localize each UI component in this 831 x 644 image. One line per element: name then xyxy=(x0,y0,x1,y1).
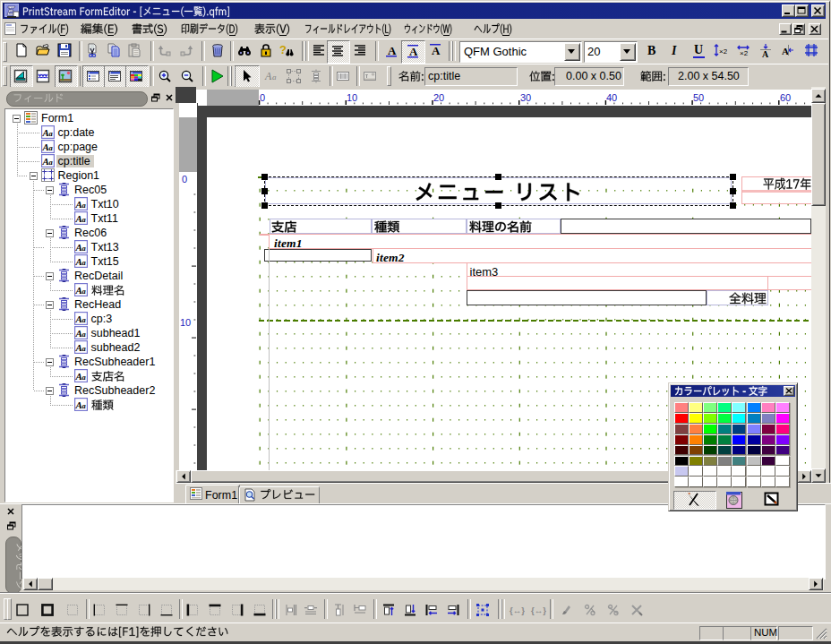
svg-text:A: A xyxy=(762,49,769,58)
svg-text:×2: ×2 xyxy=(719,47,727,56)
svg-text:A: A xyxy=(432,44,441,57)
svg-text:{↔}: {↔} xyxy=(510,605,525,615)
svg-text:A: A xyxy=(264,70,272,82)
svg-text:A: A xyxy=(782,46,789,56)
svg-text:{↔}: {↔} xyxy=(531,605,546,615)
svg-text:a: a xyxy=(272,73,277,82)
svg-text:A: A xyxy=(388,44,397,57)
svg-text:×2: ×2 xyxy=(740,49,749,57)
svg-text:?: ? xyxy=(279,43,287,56)
svg-text:A: A xyxy=(409,45,418,58)
